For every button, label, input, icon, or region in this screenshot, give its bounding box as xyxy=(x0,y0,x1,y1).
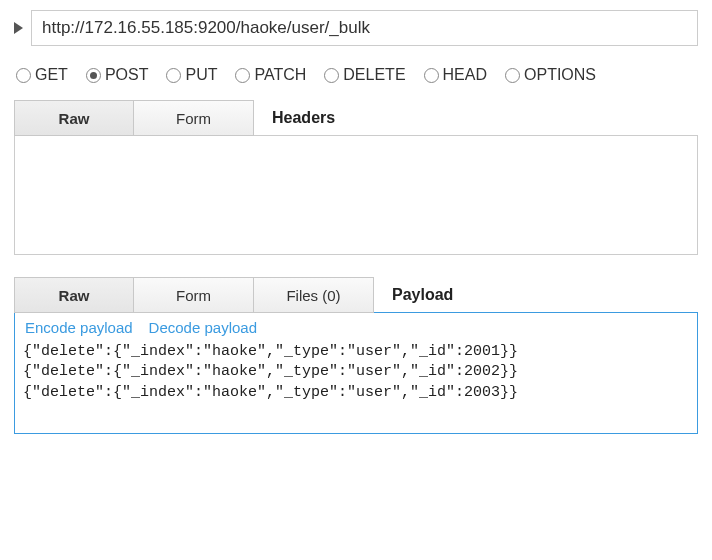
method-patch[interactable]: PATCH xyxy=(235,66,306,84)
payload-tab-row: Raw Form Files (0) Payload xyxy=(14,277,698,313)
headers-section-label: Headers xyxy=(254,100,335,136)
radio-icon xyxy=(424,68,439,83)
decode-payload-link[interactable]: Decode payload xyxy=(149,319,257,336)
radio-icon xyxy=(86,68,101,83)
radio-icon xyxy=(505,68,520,83)
method-delete[interactable]: DELETE xyxy=(324,66,405,84)
method-post[interactable]: POST xyxy=(86,66,149,84)
payload-tab-files[interactable]: Files (0) xyxy=(254,277,374,313)
payload-section-label: Payload xyxy=(374,277,453,313)
radio-icon xyxy=(324,68,339,83)
method-get[interactable]: GET xyxy=(16,66,68,84)
payload-box: Encode payload Decode payload xyxy=(14,312,698,434)
http-method-row: GET POST PUT PATCH DELETE HEAD OPTIONS xyxy=(14,60,698,98)
headers-textarea[interactable] xyxy=(14,135,698,255)
url-row xyxy=(14,10,698,46)
method-label: DELETE xyxy=(343,66,405,84)
headers-tab-raw[interactable]: Raw xyxy=(14,100,134,136)
expand-icon[interactable] xyxy=(14,22,23,34)
method-put[interactable]: PUT xyxy=(166,66,217,84)
payload-links: Encode payload Decode payload xyxy=(15,313,697,340)
method-options[interactable]: OPTIONS xyxy=(505,66,596,84)
payload-textarea[interactable] xyxy=(15,340,697,430)
method-label: PATCH xyxy=(254,66,306,84)
radio-icon xyxy=(235,68,250,83)
encode-payload-link[interactable]: Encode payload xyxy=(25,319,133,336)
headers-tab-form[interactable]: Form xyxy=(134,100,254,136)
method-label: PUT xyxy=(185,66,217,84)
payload-tab-raw[interactable]: Raw xyxy=(14,277,134,313)
method-head[interactable]: HEAD xyxy=(424,66,487,84)
method-label: POST xyxy=(105,66,149,84)
method-label: OPTIONS xyxy=(524,66,596,84)
method-label: GET xyxy=(35,66,68,84)
payload-tab-form[interactable]: Form xyxy=(134,277,254,313)
method-label: HEAD xyxy=(443,66,487,84)
radio-icon xyxy=(16,68,31,83)
url-input[interactable] xyxy=(31,10,698,46)
radio-icon xyxy=(166,68,181,83)
headers-tab-row: Raw Form Headers xyxy=(14,100,698,136)
